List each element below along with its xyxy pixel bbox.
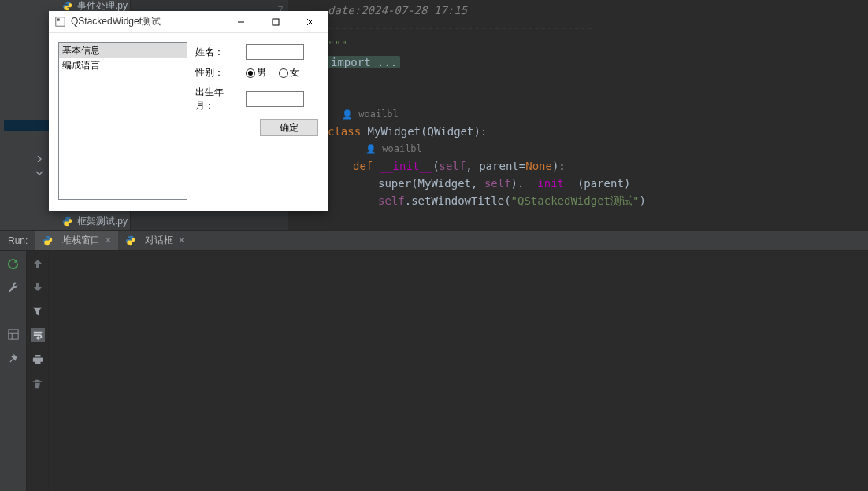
python-file-icon <box>61 216 72 227</box>
tree-file-bottom-label: 框架测试.py <box>77 215 128 228</box>
close-button[interactable] <box>293 11 328 32</box>
app-icon <box>55 17 66 28</box>
layout-icon[interactable] <box>7 328 20 341</box>
submit-button[interactable]: 确定 <box>260 119 318 136</box>
chevron-right-icon[interactable] <box>35 154 44 164</box>
birth-label: 出生年月： <box>195 86 241 113</box>
python-file-icon <box>61 0 72 11</box>
wrench-icon[interactable] <box>7 281 20 293</box>
python-file-icon <box>124 235 135 246</box>
tree-file-top[interactable]: 事件处理.py <box>61 0 128 11</box>
gender-male-label: 男 <box>257 66 266 79</box>
category-listbox[interactable]: 基本信息 编成语言 <box>58 42 187 200</box>
author-annotation: 👤 woailbl <box>342 105 399 124</box>
gender-label: 性别： <box>195 66 241 79</box>
name-row: 姓名： <box>195 44 318 60</box>
code-setwindowtitle: self.setWindowTitle("QStackedWidget测试") <box>378 192 646 209</box>
birth-row: 出生年月： <box>195 86 318 113</box>
arrow-up-icon[interactable] <box>32 257 44 270</box>
pin-icon[interactable] <box>7 352 20 364</box>
birth-input[interactable] <box>246 91 304 107</box>
maximize-button[interactable] <box>258 11 293 32</box>
code-import-fold[interactable]: import ... <box>328 54 400 71</box>
run-panel-label: Run: <box>0 231 35 250</box>
qstackedwidget-dialog: QStackedWidget测试 基本信息 编成语言 姓名： 性别： <box>49 11 328 211</box>
print-icon[interactable] <box>32 353 44 366</box>
code-dashes: ---------------------------------------- <box>328 19 593 36</box>
dialog-body: 基本信息 编成语言 姓名： 性别： 男 女 出生年月： <box>49 33 328 211</box>
close-icon[interactable]: ✕ <box>178 235 185 246</box>
run-tab-label: 堆栈窗口 <box>62 234 100 247</box>
svg-rect-6 <box>273 19 279 25</box>
code-class-def: class MyWidget(QWidget): <box>328 123 487 140</box>
run-tool-tabs: Run: 堆栈窗口 ✕ 对话框 ✕ <box>0 230 868 251</box>
svg-rect-0 <box>8 330 17 339</box>
run-tab-dialog[interactable]: 对话框 ✕ <box>118 231 191 250</box>
run-tab-label: 对话框 <box>145 234 173 247</box>
gender-female-label: 女 <box>290 66 299 79</box>
arrow-down-icon[interactable] <box>32 281 44 293</box>
minimize-button[interactable] <box>224 11 258 32</box>
name-input[interactable] <box>246 44 304 60</box>
gender-female-radio[interactable]: 女 <box>279 66 299 79</box>
list-item[interactable]: 编成语言 <box>59 58 187 73</box>
code-comment: date:2024-07-28 17:15 <box>328 2 467 19</box>
gender-row: 性别： 男 女 <box>195 66 318 79</box>
filter-icon[interactable] <box>32 305 44 317</box>
code-super-call: super(MyWidget, self).__init__(parent) <box>378 175 630 192</box>
run-tool-left-gutter-2 <box>27 251 49 491</box>
radio-icon <box>279 68 288 78</box>
run-tool-left-gutter <box>0 251 27 491</box>
python-file-icon <box>42 235 53 246</box>
list-item[interactable]: 基本信息 <box>59 43 187 58</box>
tree-file-bottom[interactable]: 框架测试.py <box>61 214 128 228</box>
dialog-titlebar[interactable]: QStackedWidget测试 <box>49 11 328 33</box>
run-tool-body <box>0 251 868 491</box>
basic-info-form: 姓名： 性别： 男 女 出生年月： 确定 <box>195 42 318 201</box>
code-triple-quote: """ <box>328 36 347 54</box>
gender-male-radio[interactable]: 男 <box>246 66 266 79</box>
run-tab-stack-window[interactable]: 堆栈窗口 ✕ <box>35 231 118 250</box>
stop-icon[interactable] <box>7 305 20 317</box>
dialog-title: QStackedWidget测试 <box>71 15 224 28</box>
trash-icon[interactable] <box>32 377 44 389</box>
chevron-down-icon[interactable] <box>35 168 44 178</box>
window-controls <box>224 11 328 32</box>
code-def-init: def __init__(self, parent=None): <box>353 157 566 175</box>
close-icon[interactable]: ✕ <box>105 235 112 246</box>
wrap-icon[interactable] <box>31 328 45 342</box>
rerun-icon[interactable] <box>7 257 20 270</box>
radio-icon <box>246 68 255 78</box>
name-label: 姓名： <box>195 46 241 59</box>
author-annotation: 👤 woailbl <box>365 140 422 158</box>
svg-rect-4 <box>57 18 59 20</box>
